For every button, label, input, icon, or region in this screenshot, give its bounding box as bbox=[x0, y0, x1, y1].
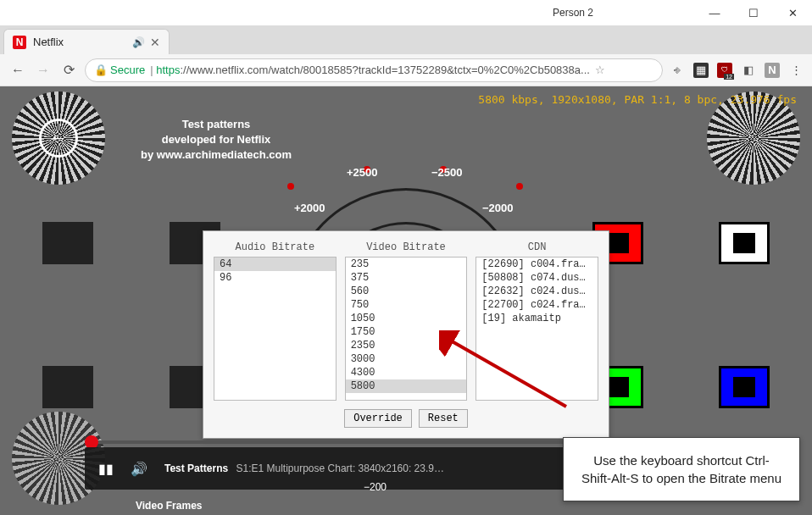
netflix-favicon: N bbox=[13, 36, 26, 49]
list-item[interactable]: [19] akamaitp bbox=[476, 312, 598, 325]
annotation-callout: Use the keyboard shortcut Ctrl-Shift-Alt… bbox=[563, 437, 800, 501]
pause-button[interactable]: ▮▮ bbox=[98, 461, 114, 477]
secure-label: Secure bbox=[110, 64, 145, 76]
tab-strip: N Netflix 🔊 ✕ bbox=[0, 25, 812, 54]
extension-icons: ⎆ ▦ 🛡 ◧ N ⋮ bbox=[670, 63, 804, 78]
list-item[interactable]: 1050 bbox=[346, 312, 467, 325]
list-item[interactable]: 96 bbox=[214, 271, 336, 285]
tab-netflix[interactable]: N Netflix 🔊 ✕ bbox=[3, 29, 170, 54]
callout-text: Use the keyboard shortcut Ctrl-Shift-Alt… bbox=[581, 453, 781, 485]
chrome-menu-icon[interactable]: ⋮ bbox=[788, 63, 804, 78]
forward-button[interactable]: → bbox=[34, 61, 53, 80]
audio-bitrate-list[interactable]: 6496 bbox=[214, 257, 336, 401]
title-bold: Test Patterns bbox=[164, 462, 228, 474]
close-window-button[interactable]: ✕ bbox=[773, 0, 812, 25]
reload-button[interactable]: ⟳ bbox=[59, 61, 78, 80]
profile-label: Person 2 bbox=[553, 7, 593, 19]
player-back-button[interactable]: ← bbox=[39, 119, 78, 158]
url-scheme: https bbox=[156, 64, 180, 76]
override-button[interactable]: Override bbox=[344, 409, 412, 428]
list-item[interactable]: [50808] c074.dus… bbox=[476, 271, 598, 285]
url-rest: ://www.netflix.com/watch/80018585?trackI… bbox=[180, 64, 589, 76]
list-item[interactable]: 64 bbox=[214, 258, 336, 271]
address-bar[interactable]: 🔒 Secure | https ://www.netflix.com/watc… bbox=[85, 58, 663, 82]
list-item[interactable]: 560 bbox=[346, 285, 467, 298]
annotation-arrow bbox=[439, 330, 575, 415]
list-item[interactable]: 750 bbox=[346, 298, 467, 312]
lock-icon: 🔒 bbox=[94, 64, 108, 76]
col-cdn-label: CDN bbox=[476, 241, 598, 253]
list-item[interactable]: 235 bbox=[346, 258, 467, 271]
list-item[interactable]: [22690] c004.fra… bbox=[476, 258, 598, 271]
video-frames-label: Video Frames bbox=[136, 500, 202, 512]
extension-icon-2[interactable]: ◧ bbox=[741, 63, 756, 78]
back-button[interactable]: ← bbox=[8, 61, 27, 80]
credit-text: Test patterns developed for Netflix by w… bbox=[127, 117, 305, 163]
toolbar: ← → ⟳ 🔒 Secure | https ://www.netflix.co… bbox=[0, 54, 812, 86]
window-titlebar: Person 2 — ☐ ✕ bbox=[0, 0, 812, 25]
volume-button[interactable]: 🔊 bbox=[131, 461, 147, 477]
tab-title: Netflix bbox=[33, 36, 132, 48]
list-item[interactable]: 375 bbox=[346, 271, 467, 285]
extension-icon-1[interactable]: ▦ bbox=[693, 63, 709, 78]
ublock-icon[interactable]: 🛡 bbox=[717, 63, 732, 78]
now-playing: Test Patterns S1:E1 Multipurpose Chart: … bbox=[164, 462, 628, 474]
window-controls: — ☐ ✕ bbox=[695, 0, 812, 25]
list-item[interactable]: [22632] c024.dus… bbox=[476, 285, 598, 298]
col-video-label: Video Bitrate bbox=[345, 241, 468, 253]
cast-icon[interactable]: ⎆ bbox=[670, 63, 685, 78]
maximize-button[interactable]: ☐ bbox=[734, 0, 773, 25]
audio-playing-icon[interactable]: 🔊 bbox=[132, 36, 145, 48]
extension-icon-n[interactable]: N bbox=[765, 63, 780, 78]
debug-overlay: 5800 kbps, 1920x1080, PAR 1:1, 8 bpc, 23… bbox=[478, 93, 797, 106]
video-player[interactable]: ← Test patterns developed for Netflix by… bbox=[0, 86, 812, 515]
minimize-button[interactable]: — bbox=[695, 0, 734, 25]
tab-close-icon[interactable]: ✕ bbox=[150, 36, 160, 49]
bookmark-star-icon[interactable]: ☆ bbox=[595, 64, 605, 76]
episode-label: S1:E1 Multipurpose Chart: 3840x2160: 23.… bbox=[236, 462, 443, 474]
scale-neg200: −200 bbox=[364, 481, 387, 493]
svg-line-0 bbox=[448, 339, 566, 407]
list-item[interactable]: [22700] c024.fra… bbox=[476, 298, 598, 312]
secure-badge: 🔒 Secure bbox=[94, 64, 145, 76]
col-audio-label: Audio Bitrate bbox=[214, 241, 336, 253]
